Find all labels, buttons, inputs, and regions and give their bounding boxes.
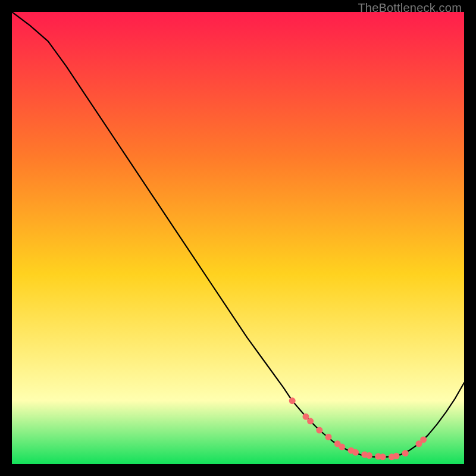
chart-frame — [12, 12, 464, 464]
data-dot — [366, 452, 372, 459]
data-dot — [420, 436, 427, 443]
data-dot — [402, 450, 409, 456]
data-dot — [307, 418, 314, 424]
data-dot — [352, 449, 359, 456]
data-dot — [289, 397, 296, 404]
data-dot — [325, 434, 332, 440]
gradient-background — [12, 12, 464, 464]
bottleneck-chart — [12, 12, 464, 464]
data-dot — [380, 453, 386, 460]
data-dot — [339, 444, 345, 450]
data-dot — [316, 427, 322, 434]
data-dot — [393, 453, 400, 459]
